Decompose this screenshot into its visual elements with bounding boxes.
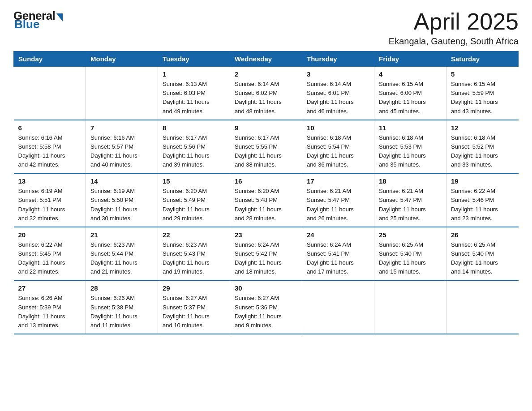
day-number: 11 <box>379 124 442 132</box>
day-info: Sunrise: 6:23 AM Sunset: 5:43 PM Dayligh… <box>163 240 225 277</box>
calendar-cell: 2Sunrise: 6:14 AM Sunset: 6:02 PM Daylig… <box>230 67 302 120</box>
day-number: 9 <box>235 124 297 132</box>
header-wednesday: Wednesday <box>230 51 302 67</box>
calendar-cell: 11Sunrise: 6:18 AM Sunset: 5:53 PM Dayli… <box>374 120 446 174</box>
calendar-cell: 20Sunrise: 6:22 AM Sunset: 5:45 PM Dayli… <box>14 227 86 281</box>
day-number: 15 <box>163 177 225 185</box>
calendar-cell: 12Sunrise: 6:18 AM Sunset: 5:52 PM Dayli… <box>446 120 519 174</box>
logo-arrow-icon <box>56 13 63 21</box>
day-info: Sunrise: 6:15 AM Sunset: 5:59 PM Dayligh… <box>451 80 514 116</box>
calendar-cell: 26Sunrise: 6:25 AM Sunset: 5:40 PM Dayli… <box>446 227 519 281</box>
day-info: Sunrise: 6:21 AM Sunset: 5:47 PM Dayligh… <box>379 187 442 223</box>
header-sunday: Sunday <box>14 51 86 67</box>
day-number: 17 <box>307 177 369 185</box>
calendar-cell: 7Sunrise: 6:16 AM Sunset: 5:57 PM Daylig… <box>86 120 158 174</box>
day-info: Sunrise: 6:23 AM Sunset: 5:44 PM Dayligh… <box>90 240 153 277</box>
day-info: Sunrise: 6:14 AM Sunset: 6:01 PM Dayligh… <box>307 80 369 116</box>
calendar-cell: 23Sunrise: 6:24 AM Sunset: 5:42 PM Dayli… <box>230 227 302 281</box>
day-info: Sunrise: 6:19 AM Sunset: 5:51 PM Dayligh… <box>18 187 82 223</box>
logo-blue-text: Blue <box>13 17 39 31</box>
calendar-cell: 17Sunrise: 6:21 AM Sunset: 5:47 PM Dayli… <box>302 173 374 227</box>
day-number: 12 <box>451 124 514 132</box>
logo: General Blue <box>13 9 63 31</box>
calendar-cell <box>374 280 446 334</box>
day-number: 21 <box>90 231 153 239</box>
calendar-table: SundayMondayTuesdayWednesdayThursdayFrid… <box>13 51 519 334</box>
day-info: Sunrise: 6:26 AM Sunset: 5:38 PM Dayligh… <box>90 294 153 330</box>
calendar-cell: 13Sunrise: 6:19 AM Sunset: 5:51 PM Dayli… <box>14 173 86 227</box>
calendar-cell <box>14 67 86 120</box>
day-number: 22 <box>163 231 225 239</box>
day-number: 24 <box>307 231 369 239</box>
day-info: Sunrise: 6:22 AM Sunset: 5:46 PM Dayligh… <box>451 187 514 223</box>
day-info: Sunrise: 6:20 AM Sunset: 5:49 PM Dayligh… <box>163 187 225 223</box>
page-header: General Blue April 2025 Ekangala, Gauten… <box>13 9 519 47</box>
day-info: Sunrise: 6:27 AM Sunset: 5:36 PM Dayligh… <box>235 294 297 330</box>
calendar-cell: 16Sunrise: 6:20 AM Sunset: 5:48 PM Dayli… <box>230 173 302 227</box>
calendar-cell: 3Sunrise: 6:14 AM Sunset: 6:01 PM Daylig… <box>302 67 374 120</box>
day-number: 8 <box>163 124 225 132</box>
day-info: Sunrise: 6:24 AM Sunset: 5:41 PM Dayligh… <box>307 240 369 277</box>
calendar-cell: 28Sunrise: 6:26 AM Sunset: 5:38 PM Dayli… <box>86 280 158 334</box>
day-number: 1 <box>163 70 225 78</box>
calendar-cell: 5Sunrise: 6:15 AM Sunset: 5:59 PM Daylig… <box>446 67 519 120</box>
week-row-5: 27Sunrise: 6:26 AM Sunset: 5:39 PM Dayli… <box>14 280 519 334</box>
day-number: 20 <box>18 231 82 239</box>
day-info: Sunrise: 6:17 AM Sunset: 5:56 PM Dayligh… <box>163 133 225 170</box>
header-tuesday: Tuesday <box>158 51 230 67</box>
calendar-cell: 6Sunrise: 6:16 AM Sunset: 5:58 PM Daylig… <box>14 120 86 174</box>
header-monday: Monday <box>86 51 158 67</box>
day-info: Sunrise: 6:15 AM Sunset: 6:00 PM Dayligh… <box>379 80 442 116</box>
day-number: 18 <box>379 177 442 185</box>
day-info: Sunrise: 6:14 AM Sunset: 6:02 PM Dayligh… <box>235 80 297 116</box>
day-number: 29 <box>163 284 225 292</box>
calendar-header-row: SundayMondayTuesdayWednesdayThursdayFrid… <box>14 51 519 67</box>
day-info: Sunrise: 6:25 AM Sunset: 5:40 PM Dayligh… <box>379 240 442 277</box>
title-block: April 2025 Ekangala, Gauteng, South Afri… <box>389 9 519 47</box>
day-number: 14 <box>90 177 153 185</box>
calendar-cell: 19Sunrise: 6:22 AM Sunset: 5:46 PM Dayli… <box>446 173 519 227</box>
day-info: Sunrise: 6:21 AM Sunset: 5:47 PM Dayligh… <box>307 187 369 223</box>
week-row-1: 1Sunrise: 6:13 AM Sunset: 6:03 PM Daylig… <box>14 67 519 120</box>
day-info: Sunrise: 6:16 AM Sunset: 5:57 PM Dayligh… <box>90 133 153 170</box>
week-row-4: 20Sunrise: 6:22 AM Sunset: 5:45 PM Dayli… <box>14 227 519 281</box>
day-number: 26 <box>451 231 514 239</box>
day-number: 5 <box>451 70 514 78</box>
day-number: 10 <box>307 124 369 132</box>
day-number: 4 <box>379 70 442 78</box>
calendar-cell: 14Sunrise: 6:19 AM Sunset: 5:50 PM Dayli… <box>86 173 158 227</box>
day-number: 6 <box>18 124 82 132</box>
calendar-cell: 1Sunrise: 6:13 AM Sunset: 6:03 PM Daylig… <box>158 67 230 120</box>
day-number: 13 <box>18 177 82 185</box>
day-info: Sunrise: 6:22 AM Sunset: 5:45 PM Dayligh… <box>18 240 82 277</box>
week-row-3: 13Sunrise: 6:19 AM Sunset: 5:51 PM Dayli… <box>14 173 519 227</box>
day-info: Sunrise: 6:18 AM Sunset: 5:54 PM Dayligh… <box>307 133 369 170</box>
day-info: Sunrise: 6:16 AM Sunset: 5:58 PM Dayligh… <box>18 133 82 170</box>
day-number: 2 <box>235 70 297 78</box>
day-number: 16 <box>235 177 297 185</box>
day-number: 30 <box>235 284 297 292</box>
day-number: 19 <box>451 177 514 185</box>
calendar-cell <box>302 280 374 334</box>
calendar-cell: 24Sunrise: 6:24 AM Sunset: 5:41 PM Dayli… <box>302 227 374 281</box>
header-saturday: Saturday <box>446 51 519 67</box>
calendar-cell: 25Sunrise: 6:25 AM Sunset: 5:40 PM Dayli… <box>374 227 446 281</box>
calendar-cell: 8Sunrise: 6:17 AM Sunset: 5:56 PM Daylig… <box>158 120 230 174</box>
page-subtitle: Ekangala, Gauteng, South Africa <box>389 36 519 47</box>
page-title: April 2025 <box>389 9 519 34</box>
day-info: Sunrise: 6:13 AM Sunset: 6:03 PM Dayligh… <box>163 80 225 116</box>
day-info: Sunrise: 6:24 AM Sunset: 5:42 PM Dayligh… <box>235 240 297 277</box>
calendar-cell <box>446 280 519 334</box>
calendar-cell: 27Sunrise: 6:26 AM Sunset: 5:39 PM Dayli… <box>14 280 86 334</box>
calendar-cell: 4Sunrise: 6:15 AM Sunset: 6:00 PM Daylig… <box>374 67 446 120</box>
calendar-cell: 21Sunrise: 6:23 AM Sunset: 5:44 PM Dayli… <box>86 227 158 281</box>
calendar-cell: 10Sunrise: 6:18 AM Sunset: 5:54 PM Dayli… <box>302 120 374 174</box>
day-number: 27 <box>18 284 82 292</box>
calendar-cell: 9Sunrise: 6:17 AM Sunset: 5:55 PM Daylig… <box>230 120 302 174</box>
header-thursday: Thursday <box>302 51 374 67</box>
day-info: Sunrise: 6:18 AM Sunset: 5:52 PM Dayligh… <box>451 133 514 170</box>
calendar-cell: 30Sunrise: 6:27 AM Sunset: 5:36 PM Dayli… <box>230 280 302 334</box>
calendar-cell <box>86 67 158 120</box>
day-info: Sunrise: 6:18 AM Sunset: 5:53 PM Dayligh… <box>379 133 442 170</box>
day-info: Sunrise: 6:27 AM Sunset: 5:37 PM Dayligh… <box>163 294 225 330</box>
